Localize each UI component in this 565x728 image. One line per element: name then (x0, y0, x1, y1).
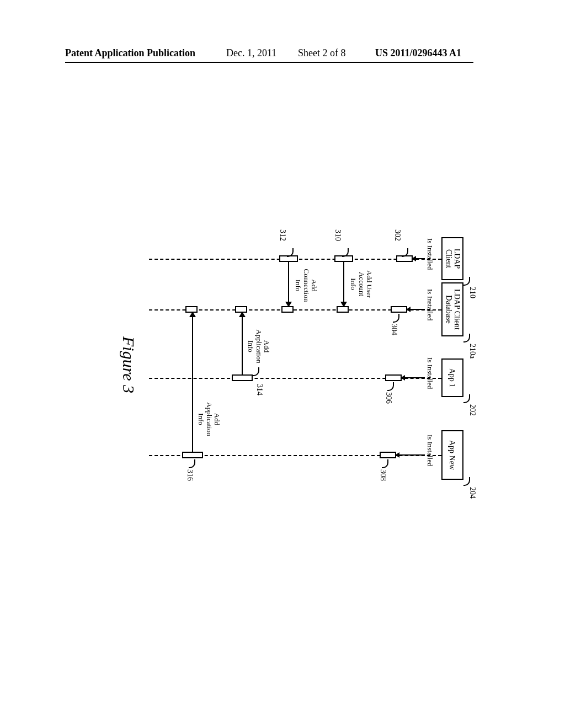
msg-add-appnew: Add Application Info (197, 397, 221, 441)
msg-312-line (288, 262, 289, 306)
callout-202 (463, 394, 470, 403)
activation-306 (385, 374, 402, 381)
callout-306 (387, 382, 394, 391)
activation-db-316 (185, 306, 198, 313)
sheet-number: Sheet 2 of 8 (298, 47, 345, 59)
msg-314-line (242, 313, 243, 374)
ref-306: 306 (384, 392, 393, 404)
msg-add-app1: Add Application Info (247, 324, 270, 368)
sequence-diagram: LDAP Client 210 LDAP Client Database 210… (105, 237, 463, 496)
lifeline-ldap-db: LDAP Client Database (441, 282, 463, 336)
publication-number: US 2011/0296443 A1 (375, 47, 461, 59)
arrow-install-appnew (396, 454, 425, 456)
callout-308 (382, 459, 388, 468)
ref-316: 316 (185, 469, 194, 481)
msg-add-user: Add User Account Info (349, 265, 373, 303)
activation-db-312 (281, 306, 294, 313)
msg-install-app1: Is Installed (426, 357, 434, 389)
ref-202: 202 (468, 404, 477, 416)
header-rule (65, 62, 473, 63)
activation-314 (232, 374, 253, 381)
ref-210a: 210a (468, 344, 477, 358)
publication-label: Patent Application Publication (65, 47, 195, 59)
ref-312: 312 (278, 229, 287, 241)
msg-install-ldap: Is Installed (426, 238, 434, 270)
ref-204: 204 (468, 487, 477, 499)
ref-310: 310 (333, 229, 342, 241)
ref-314: 314 (255, 384, 264, 395)
lifeline-ldap-client: LDAP Client (441, 237, 463, 280)
callout-210 (463, 277, 470, 286)
ref-304: 304 (390, 324, 398, 335)
lifeline-app-new: App New (441, 430, 463, 480)
ref-308: 308 (379, 469, 387, 481)
ref-210: 210 (468, 287, 477, 298)
activation-db-314 (235, 306, 247, 313)
activation-304 (391, 306, 407, 313)
msg-install-db: Is Installed (426, 289, 434, 320)
msg-install-appnew: Is Installed (426, 435, 434, 466)
arrow-install-ldap (413, 258, 425, 259)
arrow-install-app1 (402, 377, 425, 378)
activation-308 (380, 452, 396, 458)
callout-314 (253, 367, 259, 376)
callout-210a (463, 334, 470, 342)
arrow-install-db (407, 309, 425, 310)
lifeline-app1: App 1 (441, 358, 463, 397)
msg-310-line (343, 262, 344, 306)
callout-316 (189, 459, 195, 468)
ref-302: 302 (393, 229, 402, 241)
activation-316 (182, 452, 203, 458)
figure-caption: Figure 3 (119, 336, 138, 393)
publication-date: Dec. 1, 2011 (226, 47, 276, 59)
msg-316-line (192, 313, 193, 452)
page: Patent Application Publication Dec. 1, 2… (0, 0, 565, 728)
callout-204 (463, 477, 470, 486)
callout-304 (393, 314, 399, 323)
activation-db-310 (337, 306, 349, 313)
msg-add-conn: Add Connection Info (294, 265, 318, 306)
